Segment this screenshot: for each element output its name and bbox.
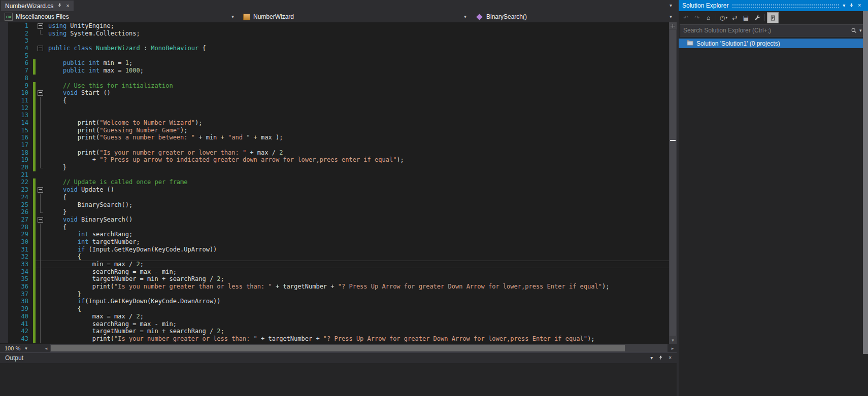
code-line-41[interactable]: 41 searchRang = max - min;	[0, 320, 669, 328]
fold-margin[interactable]	[36, 89, 45, 97]
breakpoint-margin[interactable]	[0, 275, 8, 283]
pin-panel-icon[interactable]	[658, 355, 663, 362]
breakpoint-margin[interactable]	[0, 22, 8, 30]
zoom-control[interactable]: 100 % ▾	[0, 345, 42, 351]
sync-with-active-document-icon[interactable]: ⇄	[729, 13, 740, 23]
scroll-left-icon[interactable]: ◂	[42, 346, 50, 351]
window-menu-icon[interactable]: ▾	[843, 3, 845, 8]
code-line-7[interactable]: 7 public int max = 1000;	[0, 67, 669, 75]
code-line-39[interactable]: 39 {	[0, 305, 669, 313]
code-line-38[interactable]: 38 if(Input.GetKeyDown(KeyCode.DownArrow…	[0, 298, 669, 305]
search-icon[interactable]	[848, 27, 859, 34]
document-well-dropdown-icon[interactable]: ▾	[670, 3, 672, 8]
code-line-23[interactable]: 23 void Update ()	[0, 186, 669, 194]
panel-vertical-scrollbar[interactable]	[863, 11, 868, 354]
breakpoint-margin[interactable]	[0, 298, 8, 305]
collapse-region-icon[interactable]	[38, 217, 43, 223]
tree-item-solution[interactable]: Solution 'Solution1' (0 projects)	[679, 39, 868, 48]
code-line-34[interactable]: 34 searchRang = max - min;	[0, 268, 669, 276]
breakpoint-margin[interactable]	[0, 328, 8, 335]
code-line-2[interactable]: 2using System.Collections;	[0, 30, 669, 38]
breakpoint-margin[interactable]	[0, 45, 8, 52]
breakpoint-margin[interactable]	[0, 216, 8, 224]
breakpoint-margin[interactable]	[0, 268, 8, 276]
breakpoint-margin[interactable]	[0, 194, 8, 201]
code-line-33[interactable]: 33 min = max / 2;	[0, 261, 669, 268]
scroll-down-icon[interactable]: ▾	[669, 338, 677, 343]
breakpoint-margin[interactable]	[0, 97, 8, 104]
search-input[interactable]	[680, 27, 848, 34]
breakpoint-margin[interactable]	[0, 89, 8, 97]
code-line-31[interactable]: 31 if (Input.GetKeyDown(KeyCode.UpArrow)…	[0, 246, 669, 254]
code-line-28[interactable]: 28 {	[0, 224, 669, 231]
breakpoint-margin[interactable]	[0, 186, 8, 194]
code-line-24[interactable]: 24 {	[0, 194, 669, 201]
code-line-37[interactable]: 37 }	[0, 291, 669, 298]
solution-explorer-titlebar[interactable]: Solution Explorer ▾ ×	[679, 0, 868, 11]
breakpoint-margin[interactable]	[0, 164, 8, 171]
breakpoint-margin[interactable]	[0, 238, 8, 246]
breakpoint-margin[interactable]	[0, 201, 8, 209]
code-line-25[interactable]: 25 BinarySearch();	[0, 201, 669, 209]
breakpoint-margin[interactable]	[0, 52, 8, 60]
code-line-27[interactable]: 27 void BinarySearch()	[0, 216, 669, 224]
vertical-scrollbar-thumb[interactable]	[670, 30, 676, 336]
breakpoint-margin[interactable]	[0, 119, 8, 127]
breakpoint-margin[interactable]	[0, 305, 8, 313]
type-dropdown[interactable]: NumberWizard ▾	[239, 11, 471, 22]
breakpoint-margin[interactable]	[0, 261, 8, 268]
breakpoint-margin[interactable]	[0, 156, 8, 164]
code-line-36[interactable]: 36 print("Is you number greater than or …	[0, 283, 669, 291]
member-dropdown[interactable]: BinarySearch() ▾	[471, 11, 677, 22]
breakpoint-margin[interactable]	[0, 112, 8, 119]
show-all-files-icon[interactable]: ▤	[741, 13, 751, 23]
breakpoint-margin[interactable]	[0, 82, 8, 90]
code-line-29[interactable]: 29 int searchRang;	[0, 231, 669, 238]
breakpoint-margin[interactable]	[0, 171, 8, 179]
breakpoint-margin[interactable]	[0, 231, 8, 238]
breakpoint-margin[interactable]	[0, 30, 8, 38]
code-line-20[interactable]: 20 }	[0, 164, 669, 171]
fold-margin[interactable]	[36, 216, 45, 224]
output-panel-titlebar[interactable]: Output ▾ ×	[0, 352, 677, 363]
collapse-region-icon[interactable]	[38, 46, 43, 51]
code-line-9[interactable]: 9 // Use this for initialization	[0, 82, 669, 90]
breakpoint-margin[interactable]	[0, 208, 8, 216]
breakpoint-margin[interactable]	[0, 224, 8, 231]
code-line-12[interactable]: 12	[0, 104, 669, 112]
breakpoint-margin[interactable]	[0, 67, 8, 75]
horizontal-scrollbar-thumb[interactable]	[51, 345, 625, 351]
code-line-5[interactable]: 5	[0, 52, 669, 60]
code-line-8[interactable]: 8	[0, 75, 669, 82]
collapse-region-icon[interactable]	[38, 23, 43, 29]
code-line-4[interactable]: 4public class NumberWizard : MonoBehavio…	[0, 45, 669, 52]
collapse-region-icon[interactable]	[38, 90, 43, 96]
editor-horizontal-scrollbar[interactable]	[50, 344, 667, 352]
code-line-3[interactable]: 3	[0, 37, 669, 45]
code-line-19[interactable]: 19 + "? Press up arrow to indicated grea…	[0, 156, 669, 164]
breakpoint-margin[interactable]	[0, 335, 8, 343]
code-line-42[interactable]: 42 targetNumber = min + searchRang / 2;	[0, 328, 669, 335]
fold-margin[interactable]	[36, 45, 45, 52]
pin-tab-icon[interactable]	[57, 3, 62, 9]
breakpoint-margin[interactable]	[0, 37, 8, 45]
close-tab-icon[interactable]: ×	[66, 3, 69, 9]
breakpoint-margin[interactable]	[0, 141, 8, 149]
code-line-26[interactable]: 26 }	[0, 208, 669, 216]
scroll-right-icon[interactable]: ▸	[669, 346, 677, 351]
window-menu-icon[interactable]: ▾	[650, 355, 653, 361]
code-line-13[interactable]: 13	[0, 112, 669, 119]
breakpoint-margin[interactable]	[0, 75, 8, 82]
breakpoint-margin[interactable]	[0, 127, 8, 134]
breakpoint-margin[interactable]	[0, 253, 8, 261]
back-icon[interactable]: ↶	[681, 13, 691, 23]
code-line-35[interactable]: 35 targetNumber = min + searchRang / 2;	[0, 275, 669, 283]
breakpoint-margin[interactable]	[0, 291, 8, 298]
code-line-11[interactable]: 11 {	[0, 97, 669, 104]
editor-vertical-scrollbar[interactable]: ▾	[669, 22, 677, 344]
fold-margin[interactable]	[36, 186, 45, 194]
pin-panel-icon[interactable]	[849, 3, 854, 9]
breakpoint-margin[interactable]	[0, 149, 8, 157]
breakpoint-margin[interactable]	[0, 178, 8, 186]
pending-changes-filter-icon[interactable]: ◷ ▾	[718, 13, 729, 23]
